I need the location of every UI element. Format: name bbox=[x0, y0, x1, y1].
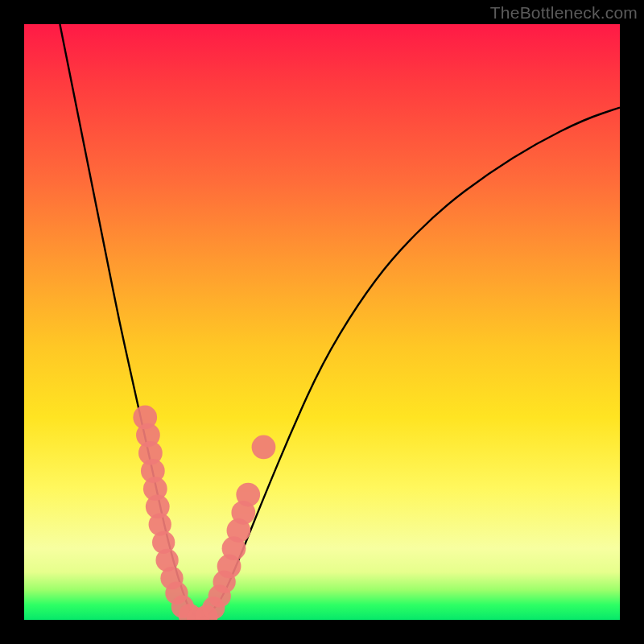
watermark-text: TheBottleneck.com bbox=[490, 3, 638, 23]
plot-area bbox=[24, 24, 620, 620]
data-marker bbox=[252, 436, 276, 460]
bottleneck-curve bbox=[60, 24, 620, 617]
curve-layer bbox=[24, 24, 620, 620]
chart-frame: TheBottleneck.com bbox=[0, 0, 644, 644]
data-marker bbox=[236, 483, 260, 507]
